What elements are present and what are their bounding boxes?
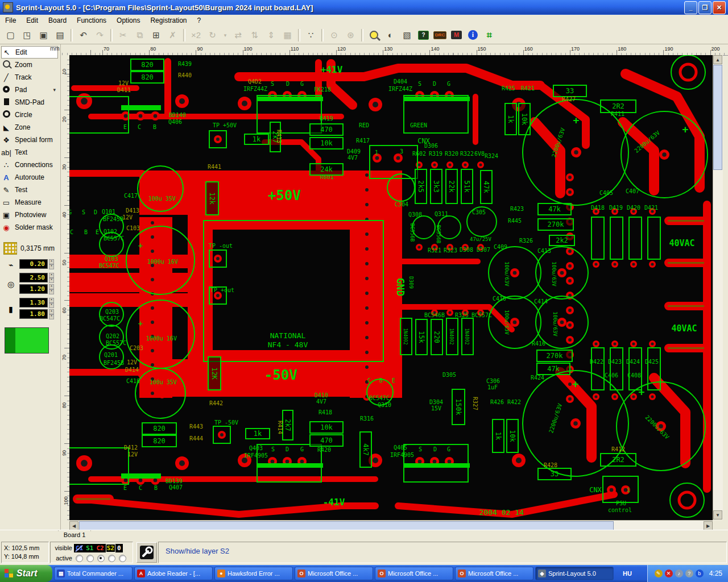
tool-track[interactable]: ╱Track: [1, 71, 58, 84]
start-button[interactable]: Start: [0, 565, 52, 582]
horizontal-scroll-thumb[interactable]: [79, 521, 614, 530]
vertical-scroll-thumb[interactable]: [713, 65, 722, 170]
mirror-vertical-button[interactable]: ⇅: [247, 27, 262, 43]
title-bar[interactable]: Sprint-Layout 5.0 - [C:\Program Files\Sp…: [0, 0, 728, 15]
duplicate-button[interactable]: ×2: [188, 27, 204, 43]
track-width-spinner[interactable]: ▲▼: [49, 259, 54, 269]
task-office[interactable]: OMicrosoft Office ...: [295, 567, 373, 580]
tool-zone[interactable]: ◣Zone: [1, 121, 58, 134]
horizontal-scrollbar[interactable]: ◀ ▶: [69, 520, 713, 530]
language-indicator[interactable]: HU: [618, 568, 636, 579]
layer-active-radio-0[interactable]: [119, 555, 126, 562]
task-adobe-reader[interactable]: AAdobe Reader - [...: [134, 567, 213, 580]
test-mode-button[interactable]: ?: [416, 27, 431, 43]
menu-board[interactable]: Board: [43, 15, 72, 26]
info-button[interactable]: i: [465, 27, 481, 43]
macro-button[interactable]: M: [449, 27, 464, 43]
tool-pad[interactable]: Pad▾: [1, 84, 58, 96]
layer-chip-s1[interactable]: S1: [85, 544, 94, 552]
tray-security-shield-icon[interactable]: ✕: [665, 569, 673, 577]
pad-size-spinner[interactable]: ▲▼: [49, 273, 54, 283]
undo-button[interactable]: ↶: [76, 27, 91, 43]
layer-color-swatch[interactable]: [5, 327, 49, 354]
smd-size-value[interactable]: 1.30: [19, 298, 48, 307]
task-sprint-layout[interactable]: ◆Sprint-Layout 5.0: [535, 567, 614, 580]
layer-active-radio-c2[interactable]: [97, 555, 105, 562]
print-button[interactable]: ▤: [52, 27, 68, 43]
tray-volume-icon[interactable]: ♪: [675, 569, 683, 577]
layer-chip-0[interactable]: 0: [117, 544, 122, 552]
scroll-up-button[interactable]: ▲: [713, 55, 722, 64]
menu-edit[interactable]: Edit: [21, 15, 43, 26]
scroll-right-button[interactable]: ▶: [704, 521, 713, 530]
rotate-caret-button[interactable]: ▾: [221, 27, 229, 43]
new-button[interactable]: ▢: [3, 27, 18, 43]
paste-button[interactable]: ⊞: [148, 27, 164, 43]
lock-button[interactable]: ⊙: [326, 27, 342, 43]
task-office[interactable]: OMicrosoft Office ...: [455, 567, 533, 580]
minimize-button[interactable]: _: [684, 1, 697, 14]
track-width-value[interactable]: 0.20: [19, 259, 48, 269]
save-button[interactable]: ▣: [36, 27, 51, 43]
tray-pen-icon[interactable]: ✎: [655, 569, 663, 577]
flip-side-button[interactable]: ⇕: [263, 27, 279, 43]
tool-zoom[interactable]: Zoom: [1, 59, 58, 71]
layer-chip-s2[interactable]: S2: [106, 544, 115, 552]
tool-special-form[interactable]: ❖Special form: [1, 134, 58, 146]
scroll-left-button[interactable]: ◀: [69, 521, 78, 530]
photoview-toolbar-button[interactable]: ▧: [399, 27, 415, 43]
close-button[interactable]: ✕: [713, 1, 726, 14]
tool-solder-mask[interactable]: ◉Solder mask: [1, 221, 58, 234]
tool-text[interactable]: ab|Text: [1, 146, 58, 159]
delete-button[interactable]: ✗: [165, 27, 180, 43]
footprint-button[interactable]: ⌗: [482, 27, 497, 43]
tray-update-icon[interactable]: ?: [685, 569, 693, 577]
lock-all-button[interactable]: ⊛: [343, 27, 358, 43]
zoom-lens-button[interactable]: [366, 27, 382, 43]
board-tab[interactable]: Board 1: [58, 530, 91, 541]
tool-edit[interactable]: ↖Edit: [1, 46, 58, 59]
open-button[interactable]: ◳: [19, 27, 35, 43]
layer-chip-c1[interactable]: C1: [75, 544, 84, 552]
tool-test[interactable]: ✎Test: [1, 184, 58, 196]
cut-button[interactable]: ✂: [115, 27, 131, 43]
task-total-commander[interactable]: ▤Total Commander ...: [54, 567, 133, 580]
pad-size-spinner[interactable]: ▲▼: [49, 284, 54, 294]
smd-size-spinner[interactable]: ▲▼: [49, 309, 54, 319]
clock[interactable]: 4:25: [709, 569, 722, 577]
drc-button[interactable]: DRC: [432, 27, 448, 43]
layer-active-radio-c1[interactable]: [76, 555, 83, 562]
tool-connections[interactable]: ∴Connections: [1, 159, 58, 171]
task-firefox[interactable]: ●Hawksford Error ...: [214, 567, 293, 580]
pcb-canvas[interactable]: 82082047010k24k1k332R247k270k2k210k47082…: [69, 55, 713, 520]
tool-photoview[interactable]: ▣Photoview: [1, 209, 58, 221]
connections-button[interactable]: ∵: [303, 27, 318, 43]
menu-functions[interactable]: Functions: [72, 15, 111, 26]
pad-size-value[interactable]: 2.50: [19, 273, 48, 282]
tool-measure[interactable]: ▭Measure: [1, 196, 58, 209]
tool-autoroute[interactable]: AAutoroute: [1, 171, 58, 184]
rotate-button[interactable]: ↻: [205, 27, 220, 43]
raster-button[interactable]: ▦: [280, 27, 295, 43]
copy-button[interactable]: ⧉: [132, 27, 147, 43]
layer-active-radio-s1[interactable]: [86, 555, 94, 562]
tool-smd-pad[interactable]: SMD-Pad: [1, 96, 58, 109]
layer-toggle-button[interactable]: [136, 542, 157, 563]
menu-options[interactable]: Options: [111, 15, 145, 26]
maximize-button[interactable]: ❐: [698, 1, 712, 14]
vertical-scrollbar[interactable]: ▲ ▼: [713, 55, 723, 520]
grid-setting[interactable]: 0,3175 mm: [3, 242, 55, 255]
menu-registration[interactable]: Registration: [145, 15, 192, 26]
menu-?[interactable]: ?: [192, 15, 206, 26]
pad-dropdown-caret[interactable]: ▾: [53, 87, 58, 93]
mirror-horizontal-button[interactable]: ⇄: [230, 27, 246, 43]
layer-chip-c2[interactable]: C2: [96, 544, 105, 552]
smd-size-spinner[interactable]: ▲▼: [49, 298, 54, 308]
tray-bluetooth-icon[interactable]: b: [696, 569, 704, 577]
menu-file[interactable]: File: [0, 15, 21, 26]
task-office[interactable]: OMicrosoft Office ...: [375, 567, 453, 580]
layer-active-radio-s2[interactable]: [108, 555, 115, 562]
tool-circle[interactable]: Circle: [1, 109, 58, 121]
redo-button[interactable]: ↷: [92, 27, 107, 43]
scroll-down-button[interactable]: ▼: [713, 510, 722, 519]
